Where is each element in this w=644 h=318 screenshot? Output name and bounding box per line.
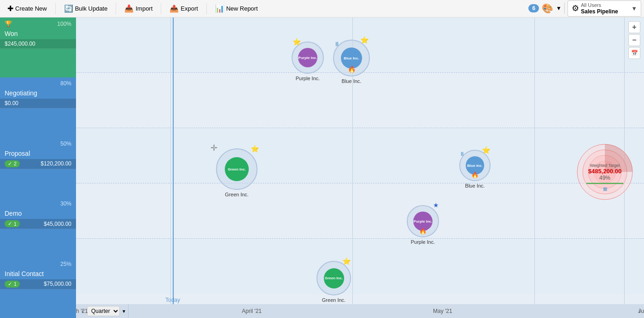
demo-check-icon: ✓ (8, 221, 12, 227)
initial-percent: 25% (60, 261, 71, 267)
proposal-amount: $120,200.00 (41, 160, 71, 167)
initial-check-badge: ✓ 1 (5, 281, 20, 288)
bubble-purple-inc-won[interactable]: Purple Inc. ⭐ Purple Inc. (292, 41, 324, 81)
new-report-button[interactable]: 📊 New Report (211, 2, 263, 15)
band-initial (76, 239, 644, 294)
initial-count: 1 (14, 281, 17, 287)
blue-inc-won-star: ⭐ (360, 36, 369, 44)
negotiating-name: Negotiating (0, 88, 76, 99)
import-button[interactable]: 📥 Import (120, 2, 157, 15)
separator-right (564, 3, 565, 14)
calendar-button[interactable]: 📅 (628, 47, 640, 59)
bulk-update-icon: 🔄 (64, 4, 73, 13)
timeline-april: April '21 (242, 308, 262, 314)
user-selector-arrow[interactable]: ▼ (631, 5, 637, 12)
stage-won: 🏆 100% Won $245,000.00 (0, 18, 76, 77)
create-new-label: Create New (15, 5, 47, 12)
bulk-update-label: Bulk Update (75, 5, 108, 12)
user-avatar-icon: ⚙ (572, 3, 579, 13)
blue-inc-proposal-star: ⭐ (482, 146, 491, 154)
bubble-green-inc-proposal[interactable]: Green Inc. ⭐ ✛ Green Inc. (216, 148, 258, 197)
timeline-may: May '21 (433, 308, 452, 314)
canvas-area[interactable]: Today Purple Inc. ⭐ Purple Inc. Blue Inc… (76, 18, 644, 318)
negotiating-percent: 80% (60, 80, 71, 87)
bubble-green-inc-initial[interactable]: Green Inc. ⭐ Green Inc. (316, 261, 351, 303)
won-amount: $245,000.00 (5, 41, 35, 47)
create-new-icon: ✚ (7, 4, 13, 13)
timeline-bar: ‹ Quarter ▼ h '21 April '21 May '21 Ju › (76, 304, 644, 318)
zoom-in-button[interactable]: + (628, 21, 640, 33)
proposal-name: Proposal (0, 149, 76, 159)
green-inc-initial-star: ⭐ (342, 257, 351, 265)
separator-2 (116, 3, 116, 14)
user-selector[interactable]: ⚙ All Users Sales Pipeline ▼ (568, 0, 641, 17)
green-inc-proposal-label: Green Inc. (225, 192, 248, 197)
all-users-label: All Users (581, 2, 618, 8)
bubble-blue-inc-proposal[interactable]: Blue Inc. ⭐ ⏸ 🔥 Blue Inc. (459, 150, 491, 188)
export-label: Export (181, 5, 198, 12)
zoom-out-button[interactable]: − (628, 34, 640, 46)
create-new-button[interactable]: ✚ Create New (3, 2, 52, 15)
separator-3 (161, 3, 161, 14)
blue-inc-proposal-fire: 🔥 (471, 171, 479, 178)
separator-4 (206, 3, 207, 14)
today-label: Today (165, 297, 180, 303)
stage-demo-header: 30% (0, 198, 76, 209)
timeline-right-arrow[interactable]: › (635, 304, 644, 318)
won-footer: $245,000.00 (0, 39, 76, 49)
purple-inc-demo-label: Purple Inc. (411, 239, 435, 245)
wt-percent: 49% (588, 175, 621, 181)
proposal-percent: 50% (60, 141, 71, 147)
pipeline-label: Sales Pipeline (581, 8, 618, 15)
left-sidebar: 🏆 100% Won $245,000.00 80% Negotiating $… (0, 18, 76, 318)
blue-inc-proposal-pause: ⏸ (459, 151, 465, 157)
stage-negotiating: 80% Negotiating $0.00 (0, 77, 76, 137)
negotiating-amount: $0.00 (5, 100, 18, 106)
canvas-controls: + − 📅 (628, 21, 640, 59)
weighted-target-text: Weighted Target $485,200.00 49% (588, 163, 621, 181)
won-percent: 100% (57, 21, 71, 27)
demo-footer: ✓ 1 $45,000.00 (0, 219, 76, 229)
purple-inc-won-label: Purple Inc. (296, 76, 320, 81)
user-info: All Users Sales Pipeline (581, 2, 618, 15)
wt-title: Weighted Target (588, 163, 621, 168)
blue-inc-won-pause: ⏸ (334, 41, 340, 47)
demo-check-badge: ✓ 1 (5, 220, 20, 227)
grid-col-1 (170, 18, 171, 304)
stage-proposal: 50% Proposal ✓ 2 $120,200.00 (0, 138, 76, 198)
svg-text:▦: ▦ (603, 186, 607, 191)
band-demo (76, 183, 644, 239)
quarter-dropdown-arrow[interactable]: ▼ (122, 309, 126, 314)
blue-inc-won-fire: 🔥 (348, 65, 356, 73)
bulk-update-button[interactable]: 🔄 Bulk Update (59, 2, 112, 15)
today-line (173, 18, 174, 304)
stage-negotiating-header: 80% (0, 77, 76, 88)
green-inc-crosshair: ✛ (211, 143, 217, 153)
main-layout: 🏆 100% Won $245,000.00 80% Negotiating $… (0, 18, 644, 318)
demo-percent: 30% (60, 200, 71, 207)
bubble-blue-inc-won[interactable]: Blue Inc. ⭐ ⏸ 🔥 Blue Inc. (333, 40, 370, 84)
proposal-count: 2 (14, 161, 17, 166)
user-count-badge: 6 (528, 4, 539, 12)
purple-inc-won-star: ⭐ (293, 38, 301, 46)
green-inc-proposal-star: ⭐ (251, 145, 259, 153)
bubble-purple-inc-demo[interactable]: Purple Inc. ★ 🔥 Purple Inc. (407, 205, 439, 245)
proposal-footer: ✓ 2 $120,200.00 (0, 159, 76, 169)
band-proposal (76, 128, 644, 183)
dropdown-arrow[interactable]: ▼ (556, 5, 562, 12)
negotiating-footer: $0.00 (0, 99, 76, 108)
import-label: Import (135, 5, 152, 12)
won-name: Won (0, 29, 76, 39)
quarter-select[interactable]: Quarter (87, 306, 120, 316)
won-label: Won (5, 30, 18, 37)
toolbar-right: 6 🎨 ▼ ⚙ All Users Sales Pipeline ▼ (528, 0, 641, 17)
demo-count: 1 (14, 221, 17, 227)
stage-demo: 30% Demo ✓ 1 $45,000.00 (0, 198, 76, 258)
export-button[interactable]: 📤 Export (165, 2, 203, 15)
color-picker-icon[interactable]: 🎨 (542, 3, 553, 14)
stage-initial-header: 25% (0, 258, 76, 269)
initial-amount: $75,000.00 (44, 281, 71, 287)
export-icon: 📤 (170, 4, 179, 13)
stage-proposal-header: 50% (0, 138, 76, 149)
demo-amount: $45,000.00 (44, 221, 71, 227)
